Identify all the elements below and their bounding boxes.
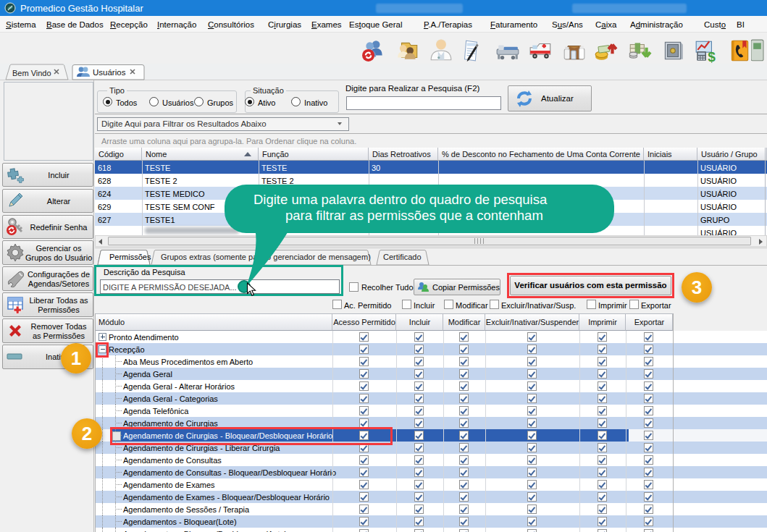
svg-text:$: $ [708,49,716,63]
